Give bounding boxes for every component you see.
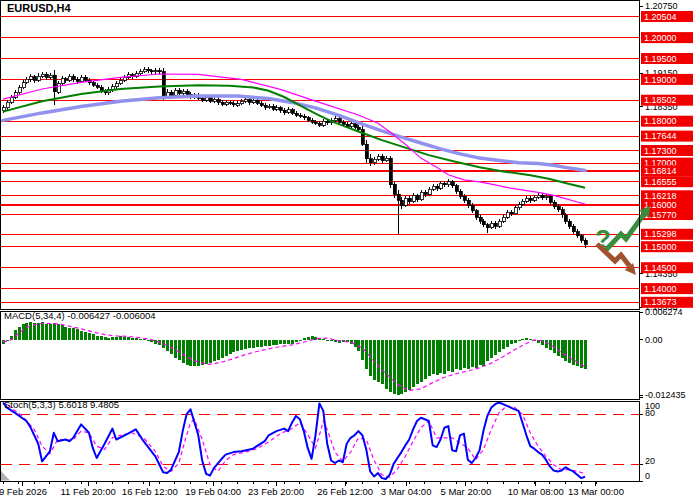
candle <box>518 205 521 208</box>
candle <box>272 106 275 109</box>
macd-histogram-bar <box>111 337 114 340</box>
candle <box>154 71 157 72</box>
candle <box>205 98 208 101</box>
chart-canvas[interactable]: 1.207501.191501.183501.143501.135501.205… <box>0 0 700 500</box>
macd-histogram-bar <box>205 340 208 364</box>
axis-label: 1.14500 <box>644 263 677 273</box>
macd-histogram-bar <box>123 337 126 340</box>
axis-label: 1.19500 <box>644 54 677 64</box>
macd-histogram-bar <box>408 340 411 390</box>
macd-histogram-bar <box>57 324 60 340</box>
macd-histogram-bar <box>217 340 220 360</box>
candle <box>412 196 415 202</box>
candle <box>545 196 548 198</box>
candle <box>576 232 579 236</box>
macd-histogram-bar <box>486 340 489 361</box>
candle <box>201 98 204 100</box>
axis-label: 1.15298 <box>644 229 677 239</box>
candle <box>498 221 501 226</box>
candle <box>311 120 314 122</box>
price-level-label: 1.15000 <box>641 241 693 252</box>
candle <box>244 100 247 102</box>
candle <box>225 102 228 104</box>
stoch-pane-bg[interactable] <box>1 402 640 482</box>
price-level-label: 1.19000 <box>641 74 693 85</box>
macd-histogram-bar <box>236 340 239 351</box>
candle <box>217 100 220 103</box>
price-level-label: 1.14000 <box>641 283 693 294</box>
macd-histogram-bar <box>471 340 474 367</box>
candle <box>389 158 392 184</box>
candle <box>287 110 290 113</box>
candle <box>334 119 337 121</box>
macd-histogram-bar <box>88 333 91 340</box>
time-label: 11 Feb 20:00 <box>61 486 116 497</box>
time-label: 9 Feb 2026 <box>0 486 47 497</box>
macd-histogram-bar <box>37 323 40 340</box>
candle <box>68 76 71 80</box>
candle <box>393 184 396 194</box>
axis-label: 1.18502 <box>644 95 677 105</box>
macd-histogram-bar <box>291 340 294 344</box>
candle <box>510 212 513 214</box>
price-level-label: 1.20000 <box>641 32 693 43</box>
axis-label: 1.13673 <box>644 297 677 307</box>
candle <box>408 198 411 201</box>
macd-histogram-bar <box>518 340 521 341</box>
macd-histogram-bar <box>428 340 431 376</box>
axis-label: 1.20504 <box>644 12 677 22</box>
macd-histogram-bar <box>45 324 48 340</box>
candle <box>350 124 353 127</box>
macd-histogram-bar <box>303 338 306 340</box>
candle <box>455 186 458 191</box>
macd-histogram-bar <box>455 340 458 369</box>
candle <box>404 198 407 205</box>
candle <box>549 196 552 202</box>
macd-histogram-bar <box>143 339 146 340</box>
macd-histogram-bar <box>29 322 32 340</box>
price-level-label: 1.17300 <box>641 145 693 156</box>
macd-histogram-bar <box>104 337 107 340</box>
main-pane-bg[interactable] <box>1 1 640 310</box>
macd-histogram-bar <box>299 340 302 341</box>
candle <box>53 75 56 92</box>
macd-histogram-bar <box>557 340 560 356</box>
axis-label: 1.18000 <box>644 116 677 126</box>
candle <box>10 97 13 102</box>
candle <box>49 75 52 77</box>
macd-pane-bg[interactable] <box>1 312 640 400</box>
macd-histogram-bar <box>322 339 325 340</box>
macd-histogram-bar <box>232 340 235 352</box>
candle <box>123 77 126 80</box>
macd-histogram-bar <box>22 324 25 340</box>
macd-histogram-bar <box>475 340 478 368</box>
macd-histogram-bar <box>248 340 251 348</box>
axis-label: 1.14000 <box>644 284 677 294</box>
candle <box>22 83 25 88</box>
time-label: 13 Mar 00:00 <box>568 486 624 497</box>
candle <box>428 189 431 194</box>
candle <box>18 88 21 93</box>
macd-histogram-bar <box>18 327 21 340</box>
macd-histogram-bar <box>514 340 517 343</box>
candle <box>479 217 482 221</box>
macd-histogram-bar <box>189 340 192 366</box>
macd-histogram-bar <box>397 340 400 395</box>
candle <box>170 92 173 95</box>
candle <box>561 210 564 215</box>
candle <box>529 198 532 200</box>
candle <box>385 158 388 161</box>
candle <box>564 215 567 221</box>
macd-histogram-bar <box>369 340 372 376</box>
macd-histogram-bar <box>225 340 228 356</box>
macd-histogram-bar <box>404 340 407 392</box>
macd-histogram-bar <box>115 337 118 340</box>
candle <box>299 115 302 116</box>
macd-histogram-bar <box>564 340 567 361</box>
candle <box>326 121 329 123</box>
candle <box>186 91 189 94</box>
candle <box>295 113 298 115</box>
macd-histogram-bar <box>463 340 466 368</box>
candle <box>397 194 400 200</box>
macd-histogram-bar <box>244 340 247 349</box>
